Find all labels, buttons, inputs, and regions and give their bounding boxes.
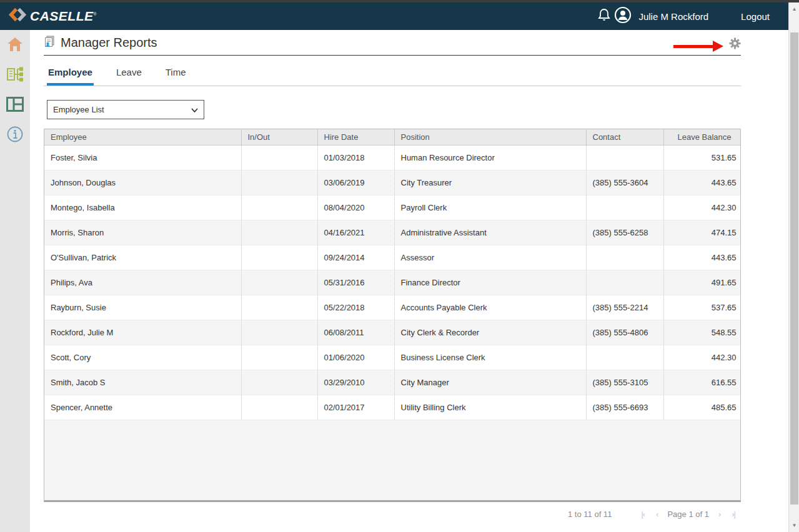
sidebar-item-organization[interactable] (4, 66, 26, 85)
cell-in-out (241, 145, 317, 170)
employee-table-body: Foster, Silvia01/03/2018Human Resource D… (44, 145, 741, 420)
cell-employee: Morris, Sharon (44, 220, 241, 245)
brand-text: CASELLE® (30, 9, 97, 24)
cell-position: Human Resource Director (394, 145, 586, 170)
notifications-button[interactable] (595, 7, 613, 26)
home-icon (6, 36, 24, 55)
table-row[interactable]: Johnson, Douglas03/06/2019City Treasurer… (44, 170, 741, 195)
column-header-in-out[interactable]: In/Out (241, 129, 317, 145)
caselle-logo-mark-icon (9, 6, 26, 26)
cell-hire-date: 05/22/2018 (317, 295, 394, 320)
cell-employee: Rockford, Julie M (44, 320, 241, 345)
employee-report-grid: EmployeeIn/OutHire DatePositionContactLe… (44, 129, 741, 502)
main-content: Manager Reports (31, 30, 788, 532)
tab-employee[interactable]: Employee (47, 67, 94, 86)
cell-employee: Montego, Isabella (44, 195, 241, 220)
cell-in-out (241, 270, 317, 295)
cell-leave-balance: 531.65 (663, 145, 741, 170)
employee-table: EmployeeIn/OutHire DatePositionContactLe… (44, 129, 741, 420)
cell-contact: (385) 555-6693 (586, 395, 663, 420)
table-row[interactable]: Scott, Cory01/06/2020Business License Cl… (44, 345, 741, 370)
cell-employee: Foster, Silvia (44, 145, 241, 170)
brand-registered-mark: ® (94, 12, 97, 16)
gear-icon[interactable] (729, 37, 741, 52)
cell-employee: Scott, Cory (44, 345, 241, 370)
row-range-text: 1 to 11 of 11 (568, 510, 612, 519)
cell-in-out (241, 370, 317, 395)
table-row[interactable]: Spencer, Annette02/01/2017Utility Billin… (44, 395, 741, 420)
scrollbar-thumb[interactable] (790, 32, 798, 505)
caselle-logo[interactable]: CASELLE® (9, 6, 97, 26)
cell-contact: (385) 555-2214 (586, 295, 663, 320)
cell-position: City Manager (394, 370, 586, 395)
column-header-hire-date[interactable]: Hire Date (317, 129, 394, 145)
tab-leave[interactable]: Leave (115, 67, 143, 86)
column-header-employee[interactable]: Employee (44, 129, 241, 145)
layout-panels-icon (6, 97, 24, 114)
cell-leave-balance: 442.30 (663, 195, 741, 220)
cell-position: Utility Billing Clerk (394, 395, 586, 420)
cell-hire-date: 04/16/2021 (317, 220, 394, 245)
cell-in-out (241, 295, 317, 320)
cell-contact: (385) 555-3105 (586, 370, 663, 395)
cell-position: City Clerk & Recorder (394, 320, 586, 345)
column-header-leave-balance[interactable]: Leave Balance (663, 129, 741, 145)
table-row[interactable]: Rayburn, Susie05/22/2018Accounts Payable… (44, 295, 741, 320)
next-page-icon[interactable]: › (718, 510, 720, 519)
cell-leave-balance: 491.65 (663, 270, 741, 295)
cell-contact (586, 195, 663, 220)
scroll-up-icon[interactable]: ▲ (789, 4, 799, 14)
cell-hire-date: 02/01/2017 (317, 395, 394, 420)
cell-employee: Philips, Ava (44, 270, 241, 295)
tab-time[interactable]: Time (164, 67, 187, 86)
chevron-down-icon (191, 105, 198, 114)
app-bar: CASELLE® Julie M Rockford Logout (0, 2, 788, 30)
cell-in-out (241, 320, 317, 345)
cell-hire-date: 08/04/2020 (317, 195, 394, 220)
logout-button[interactable]: Logout (741, 11, 770, 22)
column-header-position[interactable]: Position (394, 129, 586, 145)
user-menu-button[interactable] (613, 7, 632, 26)
cell-employee: Spencer, Annette (44, 395, 241, 420)
page-indicator-text: Page 1 of 1 (667, 510, 709, 519)
vertical-scrollbar[interactable]: ▲ ▼ (788, 2, 799, 532)
cell-contact: (385) 555-3604 (586, 170, 663, 195)
cell-leave-balance: 443.65 (663, 245, 741, 270)
cell-hire-date: 09/24/2014 (317, 245, 394, 270)
cell-in-out (241, 195, 317, 220)
cell-position: Assessor (394, 245, 586, 270)
cell-in-out (241, 220, 317, 245)
cell-hire-date: 06/08/2011 (317, 320, 394, 345)
red-annotation-arrow (673, 41, 723, 52)
table-row[interactable]: Montego, Isabella08/04/2020Payroll Clerk… (44, 195, 741, 220)
table-row[interactable]: Rockford, Julie M06/08/2011City Clerk & … (44, 320, 741, 345)
report-document-icon (44, 36, 56, 50)
sidebar-item-home[interactable] (4, 36, 26, 55)
table-header-row: EmployeeIn/OutHire DatePositionContactLe… (44, 129, 741, 145)
column-header-contact[interactable]: Contact (586, 129, 663, 145)
table-row[interactable]: Philips, Ava05/31/2016Finance Director49… (44, 270, 741, 295)
sidebar-item-info[interactable] (4, 126, 26, 145)
scroll-down-icon[interactable]: ▼ (789, 520, 799, 531)
sidebar-item-modules[interactable] (4, 96, 26, 115)
cell-position: Accounts Payable Clerk (394, 295, 586, 320)
cell-in-out (241, 170, 317, 195)
table-row[interactable]: Smith, Jacob S03/29/2010City Manager(385… (44, 370, 741, 395)
table-row[interactable]: Foster, Silvia01/03/2018Human Resource D… (44, 145, 741, 170)
cell-contact (586, 145, 663, 170)
previous-page-icon[interactable]: ‹ (656, 510, 658, 519)
cell-hire-date: 05/31/2016 (317, 270, 394, 295)
cell-contact: (385) 555-4806 (586, 320, 663, 345)
report-select-value: Employee List (53, 105, 104, 114)
cell-contact (586, 345, 663, 370)
report-select[interactable]: Employee List (47, 100, 204, 119)
table-row[interactable]: O'Sullivan, Patrick09/24/2014Assessor443… (44, 245, 741, 270)
first-page-icon[interactable]: |‹ (641, 510, 645, 519)
bell-icon (598, 8, 610, 24)
cell-leave-balance: 485.65 (663, 395, 741, 420)
cell-position: Payroll Clerk (394, 195, 586, 220)
table-row[interactable]: Morris, Sharon04/16/2021Administrative A… (44, 220, 741, 245)
org-chart-icon (6, 66, 24, 85)
last-page-icon[interactable]: ›| (732, 510, 735, 519)
user-name[interactable]: Julie M Rockford (638, 11, 708, 22)
